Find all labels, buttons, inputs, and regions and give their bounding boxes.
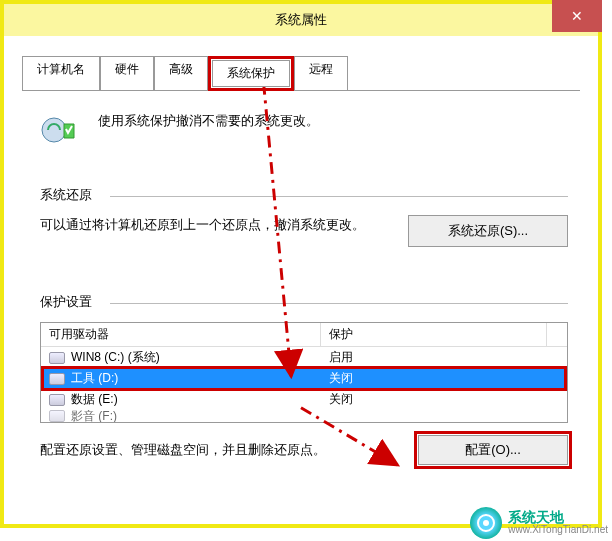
drive-name: 工具 (D:) (71, 370, 118, 387)
configure-button[interactable]: 配置(O)... (418, 435, 568, 465)
restore-description: 可以通过将计算机还原到上一个还原点，撤消系统更改。 (40, 215, 388, 236)
restore-group-label: 系统还原 (40, 186, 568, 204)
watermark-en: www.XiTongTianDi.net (508, 525, 608, 536)
tab-system-protection-highlight: 系统保护 (208, 56, 294, 91)
drive-status: 关闭 (321, 390, 567, 409)
watermark-cn: 系统天地 (508, 510, 608, 525)
svg-point-4 (483, 520, 489, 526)
titlebar: 系统属性 ✕ (4, 4, 598, 36)
disk-icon (49, 352, 65, 364)
tab-computer-name[interactable]: 计算机名 (22, 56, 100, 91)
drive-list-header: 可用驱动器 保护 (41, 323, 567, 347)
header-protection-col[interactable]: 保护 (321, 323, 547, 346)
window-title: 系统属性 (275, 11, 327, 29)
drive-status: 启用 (321, 348, 567, 367)
drive-list: 可用驱动器 保护 WIN8 (C:) (系统) 启用 工具 (D:) 关闭 数据… (40, 322, 568, 423)
drive-name: WIN8 (C:) (系统) (71, 349, 160, 366)
disk-icon (49, 373, 65, 385)
header-drive-col[interactable]: 可用驱动器 (41, 323, 321, 346)
watermark: 系统天地 www.XiTongTianDi.net (470, 507, 608, 539)
shield-icon (40, 110, 80, 150)
system-restore-button[interactable]: 系统还原(S)... (408, 215, 568, 247)
drive-row-f[interactable]: 影音 (F:) (41, 410, 567, 422)
disk-icon (49, 394, 65, 406)
close-icon: ✕ (571, 8, 583, 24)
tab-row: 计算机名 硬件 高级 系统保护 远程 (4, 56, 598, 91)
tab-advanced[interactable]: 高级 (154, 56, 208, 91)
drive-status: 关闭 (321, 369, 567, 388)
tab-remote[interactable]: 远程 (294, 56, 348, 91)
system-properties-window: 系统属性 ✕ 计算机名 硬件 高级 系统保护 远程 使用系统保护撤消不需要的系统… (0, 0, 602, 528)
drive-row-d[interactable]: 工具 (D:) 关闭 (41, 368, 567, 389)
drive-row-e[interactable]: 数据 (E:) 关闭 (41, 389, 567, 410)
tab-system-protection[interactable]: 系统保护 (212, 60, 290, 87)
svg-point-0 (42, 118, 66, 142)
tab-hardware[interactable]: 硬件 (100, 56, 154, 91)
intro-text: 使用系统保护撤消不需要的系统更改。 (98, 110, 319, 130)
drive-status (321, 415, 567, 417)
watermark-logo-icon (470, 507, 502, 539)
close-button[interactable]: ✕ (552, 0, 602, 32)
drive-name: 数据 (E:) (71, 391, 118, 408)
drive-row-c[interactable]: WIN8 (C:) (系统) 启用 (41, 347, 567, 368)
drive-name: 影音 (F:) (71, 410, 117, 422)
protection-group-label: 保护设置 (40, 293, 568, 311)
config-description: 配置还原设置、管理磁盘空间，并且删除还原点。 (40, 441, 326, 459)
disk-icon (49, 410, 65, 422)
